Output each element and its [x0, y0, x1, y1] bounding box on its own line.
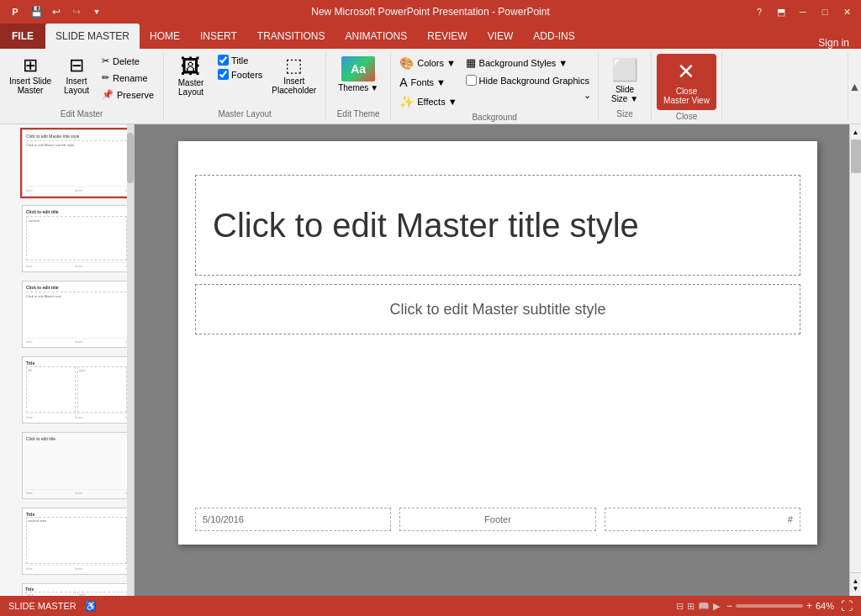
close-button[interactable]: ✕	[839, 4, 854, 19]
scroll-up-button[interactable]: ▲	[850, 126, 862, 138]
themes-button[interactable]: Aa Themes ▼	[331, 54, 385, 95]
save-button[interactable]: 💾	[27, 3, 45, 21]
slide-subtitle-box[interactable]: Click to edit Master subtitle style	[195, 284, 800, 334]
main-scrollbar[interactable]: ▲ ▼	[849, 124, 861, 596]
slide-title-box[interactable]: Click to edit Master title style	[195, 175, 800, 276]
slide-thumb-7[interactable]: Title col 1 col 2 datefooter#	[20, 582, 133, 596]
master-actions-col: ✂ Delete ✏ Rename 📌 Preserve	[98, 54, 158, 102]
slide-main: Click to edit Master title style Click t…	[135, 124, 861, 596]
accessibility-button[interactable]: ♿	[85, 601, 97, 612]
next-slide-button[interactable]: ▼	[853, 585, 859, 592]
scroll-thumb[interactable]	[851, 140, 861, 173]
themes-dropdown-icon: ▼	[370, 83, 378, 92]
insert-buttons-col: ⊞ Insert SlideMaster	[5, 54, 55, 97]
insert-layout-button[interactable]: ⊟ InsertLayout	[57, 54, 96, 97]
hide-background-label: Hide Background Graphics	[479, 76, 589, 86]
slide-thumb-img-7: Title col 1 col 2 datefooter#	[22, 583, 131, 596]
footers-checkbox[interactable]	[218, 69, 229, 80]
footer-page-box[interactable]: #	[605, 508, 800, 531]
slide-thumb-img-6: Title content area datefooter#	[22, 508, 131, 575]
maximize-button[interactable]: □	[817, 4, 832, 19]
footer-page-num: #	[788, 514, 793, 524]
footer-date-box[interactable]: 5/10/2016	[195, 508, 391, 531]
tab-file[interactable]: FILE	[0, 24, 45, 49]
minimize-button[interactable]: ─	[795, 4, 811, 19]
slide-size-button[interactable]: ⬜ SlideSize ▼	[604, 54, 646, 107]
ribbon-group-size: ⬜ SlideSize ▼ Size	[599, 52, 652, 120]
slide-thumb-wrapper-1: 1 Click to edit Master title style Click…	[3, 128, 130, 203]
normal-view-button[interactable]: ⊟	[676, 601, 684, 612]
rename-button[interactable]: ✏ Rename	[98, 71, 158, 85]
size-content: ⬜ SlideSize ▼	[604, 54, 646, 108]
title-checkbox-row[interactable]: Title	[214, 54, 266, 66]
fonts-button[interactable]: A Fonts ▼	[396, 73, 460, 92]
redo-button[interactable]: ↪	[67, 3, 86, 21]
edit-theme-content: Aa Themes ▼	[331, 54, 385, 108]
slide-thumb-4[interactable]: Title left right datefooter#	[20, 355, 133, 425]
window-title: New Microsoft PowerPoint Presentation - …	[311, 6, 549, 18]
zoom-slider[interactable]	[736, 604, 803, 608]
ribbon-display-button[interactable]: ⬒	[774, 4, 789, 19]
ribbon-group-edit-theme: Aa Themes ▼ Edit Theme	[326, 52, 391, 120]
footer-text-box[interactable]: Footer	[399, 508, 595, 531]
master-layout-col: 🖼 MasterLayout	[169, 54, 213, 99]
colors-button[interactable]: 🎨 Colors ▼	[396, 54, 460, 72]
slide-canvas[interactable]: Click to edit Master title style Click t…	[178, 141, 817, 545]
insert-slide-master-button[interactable]: ⊞ Insert SlideMaster	[5, 54, 55, 97]
preserve-button[interactable]: 📌 Preserve	[98, 87, 158, 102]
tab-animations[interactable]: ANIMATIONS	[335, 24, 418, 49]
slide-panel-scrollbar[interactable]	[127, 124, 134, 596]
ribbon-group-master-layout: 🖼 MasterLayout Title Footers ⬚ InsertPla…	[164, 52, 326, 120]
insert-placeholder-button[interactable]: ⬚ InsertPlaceholder	[267, 54, 320, 97]
ribbon-scroll-button[interactable]: ▲	[848, 52, 861, 120]
title-checkbox[interactable]	[218, 55, 229, 66]
themes-icon: Aa	[341, 56, 375, 82]
slide-sorter-button[interactable]: ⊞	[687, 601, 695, 612]
master-layout-button[interactable]: 🖼 MasterLayout	[169, 54, 213, 99]
slide-thumb-1[interactable]: Click to edit Master title style Click t…	[20, 128, 133, 198]
background-left-col: 🎨 Colors ▼ A Fonts ▼ ✨ Effects ▼	[396, 54, 460, 111]
tab-insert[interactable]: INSERT	[190, 24, 247, 49]
sign-in-button[interactable]: Sign in	[806, 37, 861, 49]
help-button[interactable]: ?	[752, 4, 767, 19]
customize-quick-access-button[interactable]: ▼	[87, 3, 106, 21]
insert-placeholder-icon: ⬚	[285, 56, 303, 75]
slide-thumb-3[interactable]: Click to edit title Click to edit Master…	[20, 279, 133, 350]
slide-thumb-6[interactable]: Title content area datefooter#	[20, 506, 133, 577]
zoom-out-button[interactable]: −	[726, 600, 732, 612]
zoom-percent[interactable]: 64%	[816, 601, 834, 611]
tab-review[interactable]: REVIEW	[417, 24, 477, 49]
preserve-icon: 📌	[102, 89, 114, 100]
reading-view-button[interactable]: 📖	[698, 601, 710, 612]
hide-background-checkbox[interactable]	[466, 75, 477, 86]
insert-layout-label: InsertLayout	[64, 76, 89, 95]
slide-thumb-5[interactable]: Click to edit title datefooter#	[20, 430, 133, 501]
fit-slide-button[interactable]: ⛶	[841, 599, 853, 613]
tab-slide-master[interactable]: SLIDE MASTER	[45, 24, 140, 49]
background-right-col: ▦ Background Styles ▼ Hide Background Gr…	[462, 54, 593, 101]
slide-subtitle-text: Click to edit Master subtitle style	[389, 301, 605, 319]
hide-background-row[interactable]: Hide Background Graphics	[462, 72, 593, 88]
background-expand-button[interactable]: ⌄	[581, 89, 593, 101]
footers-checkbox-row[interactable]: Footers	[214, 68, 266, 81]
close-master-view-button[interactable]: ✕ CloseMaster View	[657, 54, 716, 110]
background-styles-button[interactable]: ▦ Background Styles ▼	[462, 54, 593, 71]
prev-slide-button[interactable]: ▲	[853, 577, 859, 585]
slide-panel-scrollbar-thumb[interactable]	[127, 133, 134, 183]
slide-area-container: Click to edit Master title style Click t…	[135, 124, 861, 596]
undo-button[interactable]: ↩	[47, 3, 66, 21]
tab-view[interactable]: VIEW	[478, 24, 524, 49]
footer-date-text: 5/10/2016	[203, 514, 244, 524]
fonts-label: Fonts ▼	[411, 77, 446, 87]
tab-home[interactable]: HOME	[140, 24, 190, 49]
slideshow-button[interactable]: ▶	[713, 601, 720, 612]
effects-button[interactable]: ✨ Effects ▼	[396, 92, 460, 111]
title-bar-left: P 💾 ↩ ↪ ▼	[7, 3, 106, 21]
zoom-in-button[interactable]: +	[806, 600, 812, 612]
tab-transitions[interactable]: TRANSITIONS	[247, 24, 335, 49]
slide-thumb-2[interactable]: Click to edit title content datefooter#	[20, 203, 133, 274]
tab-add-ins[interactable]: ADD-INS	[523, 24, 584, 49]
delete-button[interactable]: ✂ Delete	[98, 54, 158, 68]
slide-thumb-img-2: Click to edit title content datefooter#	[22, 205, 131, 272]
background-group-label: Background	[396, 111, 593, 122]
